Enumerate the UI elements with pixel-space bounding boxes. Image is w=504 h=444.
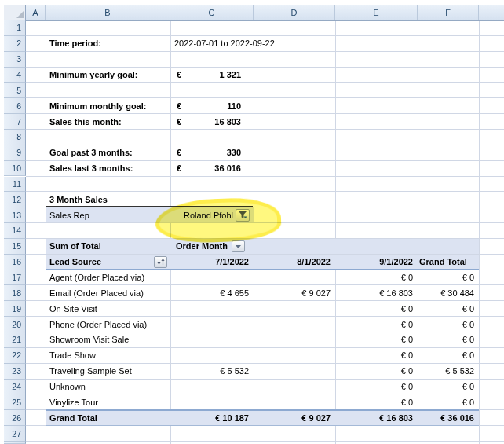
row-header-19[interactable]: 19 xyxy=(4,301,26,317)
row-header-20[interactable]: 20 xyxy=(4,317,26,332)
select-all-corner[interactable] xyxy=(4,5,26,20)
grand-total-value-cell[interactable]: € 9 027 xyxy=(254,410,335,426)
row-header-10[interactable]: 10 xyxy=(4,161,26,177)
summary-label[interactable]: Sales this month: xyxy=(46,114,170,130)
row-header-8[interactable]: 8 xyxy=(4,130,26,145)
pivot-title[interactable]: 3 Month Sales xyxy=(46,192,170,207)
chevron-down-icon xyxy=(235,244,242,249)
row-field-cell[interactable]: Lead Source xyxy=(46,255,170,270)
summary-value-cell[interactable]: €110 xyxy=(170,98,254,114)
row-header-23[interactable]: 23 xyxy=(4,364,26,380)
pivot-row-label-text: Agent (Order Placed via) xyxy=(49,273,144,282)
pivot-value-cell[interactable]: € 5 532 xyxy=(170,364,254,380)
row-header-11[interactable]: 11 xyxy=(4,177,26,193)
row-header-21[interactable]: 21 xyxy=(4,332,26,348)
filter-field-label[interactable]: Sales Rep xyxy=(46,207,170,223)
summary-label[interactable]: Minimum monthly goal: xyxy=(46,98,170,114)
pivot-value-cell[interactable]: € 0 xyxy=(418,270,479,286)
row-header-25[interactable]: 25 xyxy=(4,394,26,410)
pivot-row-label[interactable]: Showroom Visit Sale xyxy=(46,332,170,348)
pivot-row-label[interactable]: Unknown xyxy=(46,380,170,395)
row-header-15[interactable]: 15 xyxy=(4,239,26,255)
row-header-14[interactable]: 14 xyxy=(4,223,26,239)
column-header-partial[interactable] xyxy=(479,5,504,20)
pivot-value-cell[interactable]: € 0 xyxy=(418,301,479,317)
summary-label[interactable]: Sales last 3 months: xyxy=(46,161,170,177)
row-header-9[interactable]: 9 xyxy=(4,145,26,161)
column-header-D[interactable]: D xyxy=(254,5,335,20)
pivot-row-label[interactable]: Phone (Order Placed via) xyxy=(46,317,170,332)
pivot-row-label[interactable]: Agent (Order Placed via) xyxy=(46,270,170,286)
row-header-5[interactable]: 5 xyxy=(4,83,26,98)
row-header-27[interactable]: 27 xyxy=(4,426,26,442)
row-header-16[interactable]: 16 xyxy=(4,255,26,270)
grand-total-value-cell[interactable]: € 36 016 xyxy=(418,410,479,426)
time-period-value[interactable]: 2022-07-01 to 2022-09-22 xyxy=(170,36,254,52)
pivot-row-label[interactable]: Traveling Sample Set xyxy=(46,364,170,380)
pivot-column-header[interactable]: Grand Total xyxy=(418,255,479,270)
column-header-B[interactable]: B xyxy=(46,5,170,20)
pivot-row-label-text: On-Site Visit xyxy=(49,305,97,314)
pivot-value-cell[interactable]: € 0 xyxy=(335,270,418,286)
row-header-13[interactable]: 13 xyxy=(4,207,26,223)
pivot-row-label[interactable]: Trade Show xyxy=(46,348,170,364)
column-header-C[interactable]: C xyxy=(170,5,254,20)
column-header-F[interactable]: F xyxy=(418,5,479,20)
pivot-value-cell[interactable]: € 30 484 xyxy=(418,285,479,301)
pivot-value-cell[interactable]: € 4 655 xyxy=(170,285,254,301)
column-header-E[interactable]: E xyxy=(335,5,418,20)
row-header-3[interactable]: 3 xyxy=(4,52,26,68)
pivot-value-cell[interactable]: € 0 xyxy=(335,332,418,348)
pivot-value-cell[interactable]: € 0 xyxy=(418,394,479,410)
pivot-value-cell[interactable]: € 0 xyxy=(418,317,479,332)
order-month-dropdown-button[interactable] xyxy=(232,240,245,252)
pivot-value-cell[interactable]: € 0 xyxy=(418,380,479,395)
summary-value-cell[interactable]: €330 xyxy=(170,145,254,161)
summary-value-cell[interactable]: €1 321 xyxy=(170,68,254,83)
row-header-12[interactable]: 12 xyxy=(4,192,26,207)
grand-total-value-cell[interactable]: € 10 187 xyxy=(170,410,254,426)
pivot-value-cell[interactable]: € 0 xyxy=(335,394,418,410)
pivot-value-cell[interactable]: € 0 xyxy=(335,301,418,317)
summary-label[interactable]: Goal past 3 months: xyxy=(46,145,170,161)
summary-value-cell[interactable]: €16 803 xyxy=(170,114,254,130)
grand-total-label[interactable]: Grand Total xyxy=(46,410,170,426)
pivot-row-label-text: Showroom Visit Sale xyxy=(49,336,129,344)
row-field-label: Lead Source xyxy=(49,258,101,266)
summary-value-cell[interactable]: €36 016 xyxy=(170,161,254,177)
row-header-17[interactable]: 17 xyxy=(4,270,26,286)
pivot-row-label[interactable]: Vinylize Tour xyxy=(46,394,170,410)
pivot-value-cell[interactable]: € 0 xyxy=(335,317,418,332)
pivot-column-header[interactable]: 9/1/2022 xyxy=(335,255,418,270)
lead-source-filter-button[interactable] xyxy=(154,256,167,268)
pivot-value-cell[interactable]: € 0 xyxy=(418,332,479,348)
grand-total-value-cell[interactable]: € 16 803 xyxy=(335,410,418,426)
row-header-4[interactable]: 4 xyxy=(4,68,26,83)
pivot-value-cell[interactable]: € 5 532 xyxy=(418,364,479,380)
pivot-value-cell[interactable]: € 0 xyxy=(335,380,418,395)
pivot-row-label[interactable]: Email (Order Placed via) xyxy=(46,285,170,301)
row-header-6[interactable]: 6 xyxy=(4,98,26,114)
pivot-column-header[interactable]: 7/1/2022 xyxy=(170,255,254,270)
column-header-A[interactable]: A xyxy=(26,5,46,20)
pivot-column-header[interactable]: 8/1/2022 xyxy=(254,255,335,270)
pivot-value-cell[interactable]: € 0 xyxy=(418,348,479,364)
row-header-26[interactable]: 26 xyxy=(4,410,26,426)
column-header-label: C xyxy=(209,8,215,17)
row-header-22[interactable]: 22 xyxy=(4,348,26,364)
pivot-value-cell-text: € 0 xyxy=(462,351,474,360)
row-header-24[interactable]: 24 xyxy=(4,380,26,395)
pivot-value-cell[interactable]: € 9 027 xyxy=(254,285,335,301)
time-period-label[interactable]: Time period: xyxy=(46,36,170,52)
row-header-2[interactable]: 2 xyxy=(4,36,26,52)
summary-amount: 16 803 xyxy=(214,118,241,127)
row-header-18[interactable]: 18 xyxy=(4,285,26,301)
row-header-1[interactable]: 1 xyxy=(4,20,26,36)
row-header-7[interactable]: 7 xyxy=(4,114,26,130)
summary-amount: 1 321 xyxy=(219,71,241,79)
pivot-row-label[interactable]: On-Site Visit xyxy=(46,301,170,317)
pivot-value-cell[interactable]: € 16 803 xyxy=(335,285,418,301)
summary-label[interactable]: Minimum yearly goal: xyxy=(46,68,170,83)
pivot-value-cell[interactable]: € 0 xyxy=(335,364,418,380)
pivot-value-cell[interactable]: € 0 xyxy=(335,348,418,364)
